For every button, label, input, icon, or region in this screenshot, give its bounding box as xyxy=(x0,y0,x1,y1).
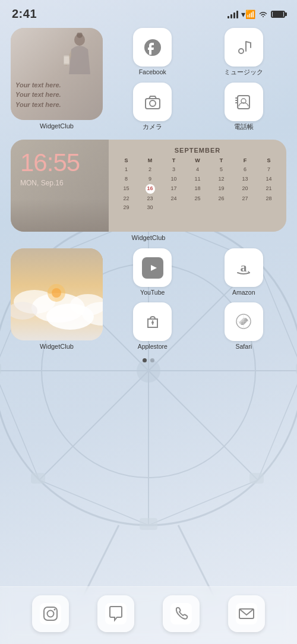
messages-dock-wrap xyxy=(97,595,134,632)
phone-dock-icon[interactable] xyxy=(163,595,200,632)
widgetclub-small-label: WidgetClub xyxy=(11,122,103,130)
camera-label: カメラ xyxy=(143,123,162,131)
cal-header: F xyxy=(233,156,257,165)
home-screen: Your text here.Your text here.Your text … xyxy=(0,23,297,362)
photo-widget-wrap: WidgetClub xyxy=(11,248,103,350)
cal-day: 19 xyxy=(210,184,233,194)
page-dots xyxy=(11,358,286,362)
svg-point-71 xyxy=(54,609,56,611)
cal-day: 10 xyxy=(162,175,185,184)
page-dot-active xyxy=(143,358,147,362)
cal-day: 11 xyxy=(186,175,209,184)
safari-wrap: Safari xyxy=(201,302,287,351)
safari-icon[interactable] xyxy=(225,302,263,341)
messages-dock-icon[interactable] xyxy=(97,595,134,632)
calendar-widget[interactable]: 16:55 MON, Sep.16 SEPTEMBER S M T W T F … xyxy=(11,140,286,232)
mail-dock-wrap xyxy=(228,595,265,632)
bottom-row: WidgetClub YouTube xyxy=(11,248,286,350)
camera-icon[interactable] xyxy=(133,83,172,121)
cal-day: 29 xyxy=(115,204,138,213)
status-time: 2:41 xyxy=(12,7,37,21)
mail-dock-icon[interactable] xyxy=(228,595,265,632)
photo-widget-label: WidgetClub xyxy=(11,343,103,350)
cal-day: 8 xyxy=(115,175,138,184)
cal-day: 15 xyxy=(115,184,138,194)
page-dot-inactive xyxy=(150,358,154,362)
safari-label: Safari xyxy=(236,343,252,350)
appstore-label: Applestore xyxy=(138,343,168,350)
svg-rect-32 xyxy=(64,56,69,64)
cal-day: 13 xyxy=(233,175,257,184)
cal-day: 25 xyxy=(186,194,209,203)
top-row: Your text here.Your text here.Your text … xyxy=(11,28,286,131)
amazon-icon[interactable]: a xyxy=(225,248,263,287)
widgetclub-small-widget[interactable]: Your text here.Your text here.Your text … xyxy=(11,28,103,120)
svg-rect-26 xyxy=(31,473,45,484)
camera-wrap: カメラ xyxy=(110,83,195,131)
cal-day: 21 xyxy=(257,184,280,194)
cal-day: 12 xyxy=(210,175,233,184)
contacts-wrap: 電話帳 xyxy=(201,83,287,131)
contacts-label: 電話帳 xyxy=(234,123,254,131)
cal-day xyxy=(210,204,233,213)
appstore-icon[interactable] xyxy=(133,302,172,341)
music-label: ミュージック xyxy=(224,68,263,77)
cal-day xyxy=(233,204,257,213)
person-silhouette xyxy=(59,33,92,86)
cal-day: 2 xyxy=(138,166,162,175)
status-bar: 2:41 ▾📶 xyxy=(0,0,297,23)
cal-day: 7 xyxy=(257,166,280,175)
cal-day: 23 xyxy=(138,194,162,203)
svg-line-16 xyxy=(258,371,297,480)
battery-icon xyxy=(271,11,285,18)
cal-grid: S M T W T F S 1 2 3 4 5 6 7 8 9 10 11 xyxy=(115,156,280,212)
facebook-label: Facebook xyxy=(139,68,166,75)
music-wrap: ミュージック xyxy=(201,28,287,77)
widgetclub-small-wrap: Your text here.Your text here.Your text … xyxy=(11,28,103,131)
cal-day: 4 xyxy=(186,166,209,175)
youtube-icon[interactable] xyxy=(133,248,172,287)
svg-rect-68 xyxy=(40,603,61,624)
instagram-dock-icon[interactable] xyxy=(32,595,69,632)
cal-day: 26 xyxy=(210,194,233,203)
svg-line-15 xyxy=(148,480,258,525)
cal-header: S xyxy=(115,156,138,165)
amazon-label: Amazon xyxy=(232,289,255,296)
cal-header: T xyxy=(210,156,233,165)
cal-header: S xyxy=(257,156,280,165)
cal-day: 17 xyxy=(162,184,185,194)
cal-day: 5 xyxy=(210,166,233,175)
photo-widget[interactable] xyxy=(11,248,103,340)
cal-day: 3 xyxy=(162,166,185,175)
cal-day: 27 xyxy=(233,194,257,203)
svg-line-28 xyxy=(178,525,214,596)
youtube-wrap: YouTube xyxy=(110,248,195,296)
dock xyxy=(0,586,297,644)
svg-line-10 xyxy=(39,371,148,480)
calendar-right: SEPTEMBER S M T W T F S 1 2 3 4 5 6 7 8 xyxy=(109,140,286,232)
cal-day: 24 xyxy=(162,194,185,203)
cal-day xyxy=(186,204,209,213)
svg-rect-24 xyxy=(249,473,264,484)
instagram-dock-wrap xyxy=(32,595,69,632)
contacts-icon[interactable] xyxy=(225,83,263,121)
calendar-time: 16:55 xyxy=(20,150,99,175)
wifi-icon xyxy=(258,10,268,18)
appstore-wrap: Applestore xyxy=(110,302,195,351)
cal-day: 1 xyxy=(115,166,138,175)
cal-today: 16 xyxy=(146,184,155,194)
top-icon-grid: Facebook ミュージック xyxy=(110,28,286,131)
svg-rect-21 xyxy=(0,364,1,374)
music-icon[interactable] xyxy=(225,28,263,67)
status-icons: ▾📶 xyxy=(228,10,285,19)
svg-text:a: a xyxy=(241,260,247,274)
facebook-icon[interactable] xyxy=(133,28,172,67)
calendar-widget-label: WidgetClub xyxy=(11,234,286,241)
cal-day: 14 xyxy=(257,175,280,184)
cal-day: 20 xyxy=(233,184,257,194)
cal-month: SEPTEMBER xyxy=(115,147,280,154)
svg-line-14 xyxy=(39,480,148,525)
calendar-left: 16:55 MON, Sep.16 xyxy=(11,140,109,232)
youtube-label: YouTube xyxy=(140,289,165,296)
cal-day xyxy=(162,204,185,213)
